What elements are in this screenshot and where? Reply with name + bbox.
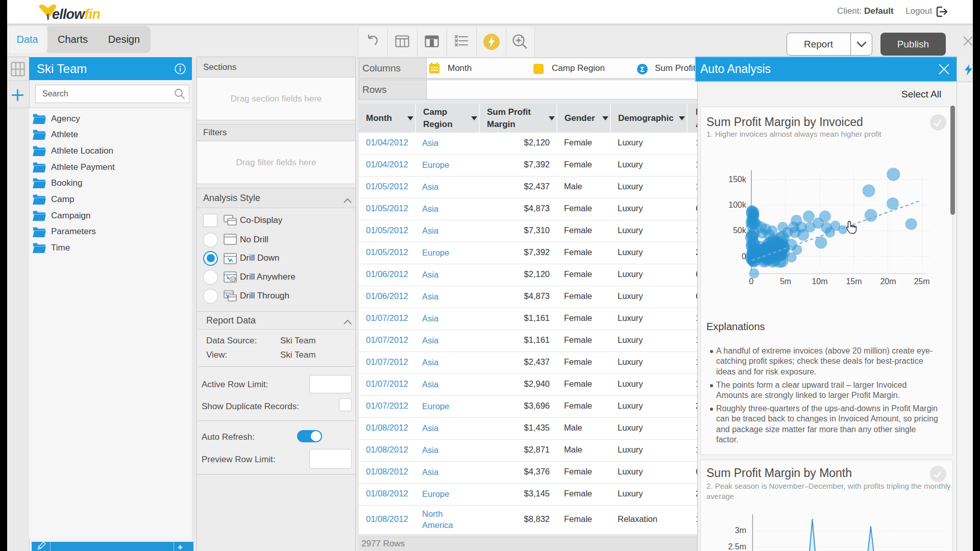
svg-text:ellowfin: ellowfin <box>52 7 100 22</box>
